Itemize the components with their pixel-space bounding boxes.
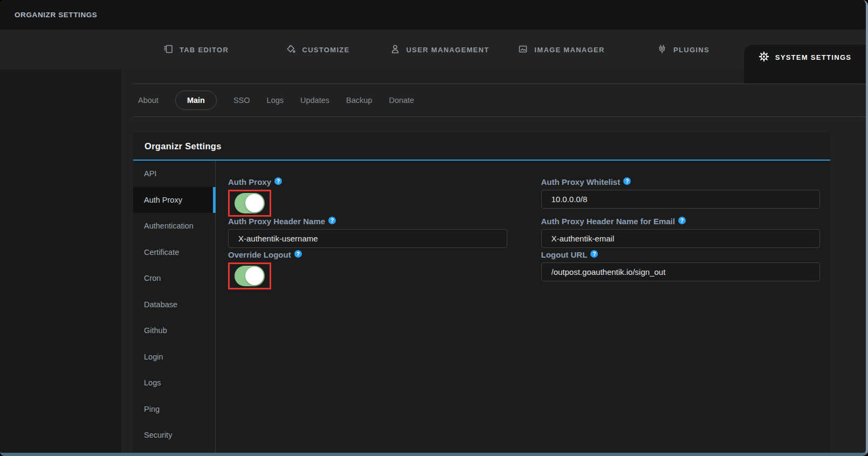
- plug-icon: [657, 44, 667, 56]
- toggle-knob: [245, 194, 264, 212]
- settings-subtabs: About Main SSO Logs Updates Backup Donat…: [133, 84, 866, 117]
- auth-proxy-whitelist-field: Auth Proxy Whitelist ?: [541, 177, 821, 209]
- user-icon: [390, 44, 401, 56]
- auth-proxy-header-name-field: Auth Proxy Header Name ?: [228, 217, 507, 248]
- subtab-main[interactable]: Main: [175, 91, 217, 110]
- auth-proxy-toggle-field: Auth Proxy ?: [228, 177, 507, 217]
- logout-url-input[interactable]: [541, 262, 821, 281]
- toggle-knob: [245, 267, 264, 285]
- help-icon[interactable]: ?: [328, 217, 336, 224]
- highlight-outline: [228, 190, 271, 217]
- auth-proxy-header-name-input[interactable]: [228, 229, 507, 248]
- section-item-database[interactable]: Database: [133, 292, 215, 318]
- settings-section-nav: API Auth Proxy Authentication Certificat…: [133, 161, 215, 456]
- page-title: ORGANIZR SETTINGS: [15, 11, 97, 19]
- gear-icon: [759, 51, 769, 64]
- image-icon: [518, 44, 528, 56]
- highlight-outline: [228, 262, 271, 289]
- tab-label: SYSTEM SETTINGS: [775, 53, 852, 61]
- panel-title: Organizr Settings: [144, 141, 222, 151]
- auth-proxy-whitelist-input[interactable]: [541, 190, 821, 209]
- field-label: Auth Proxy Whitelist: [541, 177, 621, 186]
- tab-label: PLUGINS: [673, 46, 709, 54]
- help-icon[interactable]: ?: [274, 177, 282, 185]
- tab-editor-icon: [163, 44, 174, 56]
- auth-proxy-form: Auth Proxy ? Auth Proxy Header Name: [215, 161, 830, 456]
- tab-label: CUSTOMIZE: [302, 46, 349, 54]
- subtab-about[interactable]: About: [138, 96, 159, 105]
- section-item-certificate[interactable]: Certificate: [133, 239, 215, 266]
- tab-label: TAB EDITOR: [180, 46, 229, 54]
- help-icon[interactable]: ?: [590, 250, 598, 258]
- field-label: Auth Proxy: [228, 177, 271, 186]
- organizr-settings-panel: Organizr Settings API Auth Proxy Authent…: [133, 133, 830, 456]
- tab-label: USER MANAGEMENT: [407, 46, 490, 54]
- section-item-auth-proxy[interactable]: Auth Proxy: [133, 187, 215, 213]
- subtab-updates[interactable]: Updates: [300, 96, 329, 105]
- section-item-github[interactable]: Github: [133, 317, 215, 344]
- tab-plugins[interactable]: PLUGINS: [622, 30, 744, 70]
- section-item-logs[interactable]: Logs: [133, 370, 215, 396]
- main-nav-tabs: TAB EDITOR CUSTOMIZE USER MANAGEMENT: [0, 30, 866, 70]
- tab-customize[interactable]: CUSTOMIZE: [257, 30, 378, 70]
- app-window: ORGANIZR SETTINGS TAB EDITOR CUSTOMIZE: [0, 0, 868, 456]
- auth-proxy-email-header-input[interactable]: [541, 229, 821, 248]
- field-label: Logout URL: [541, 250, 588, 259]
- tab-user-management[interactable]: USER MANAGEMENT: [378, 30, 500, 70]
- override-logout-toggle-field: Override Logout ?: [228, 250, 507, 289]
- auth-proxy-email-header-field: Auth Proxy Header Name for Email ?: [541, 217, 821, 248]
- tab-system-settings[interactable]: SYSTEM SETTINGS: [744, 45, 866, 70]
- section-item-api[interactable]: API: [133, 161, 215, 187]
- auth-proxy-toggle[interactable]: [235, 193, 265, 213]
- section-item-security[interactable]: Security: [133, 422, 215, 448]
- top-app-bar: ORGANIZR SETTINGS: [0, 0, 866, 30]
- override-logout-toggle[interactable]: [235, 266, 265, 286]
- help-icon[interactable]: ?: [678, 217, 686, 224]
- section-item-ping[interactable]: Ping: [133, 396, 215, 423]
- tab-image-manager[interactable]: IMAGE MANAGER: [500, 30, 622, 70]
- subtab-sso[interactable]: SSO: [233, 96, 250, 105]
- subtab-backup[interactable]: Backup: [346, 96, 372, 105]
- paint-bucket-icon: [285, 44, 296, 56]
- field-label: Override Logout: [228, 250, 291, 259]
- tab-tab-editor[interactable]: TAB EDITOR: [135, 30, 257, 70]
- left-sidebar-area: [0, 70, 121, 453]
- panel-header: Organizr Settings: [133, 133, 830, 161]
- subtab-logs[interactable]: Logs: [267, 96, 284, 105]
- help-icon[interactable]: ?: [623, 177, 631, 185]
- subtab-donate[interactable]: Donate: [389, 96, 414, 105]
- section-item-login[interactable]: Login: [133, 344, 215, 370]
- help-icon[interactable]: ?: [294, 250, 302, 258]
- field-label: Auth Proxy Header Name for Email: [541, 217, 675, 226]
- section-item-authentication[interactable]: Authentication: [133, 213, 215, 239]
- field-label: Auth Proxy Header Name: [228, 217, 325, 226]
- tab-label: IMAGE MANAGER: [534, 46, 604, 54]
- section-item-cron[interactable]: Cron: [133, 265, 215, 292]
- logout-url-field: Logout URL ?: [541, 250, 821, 281]
